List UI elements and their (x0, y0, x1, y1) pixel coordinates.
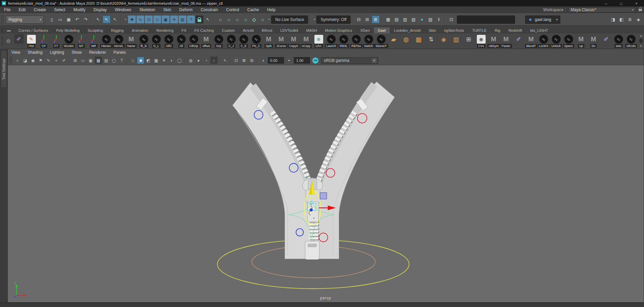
shelf-tab[interactable]: Poly Modeling (52, 27, 83, 33)
poly-cube-icon[interactable]: ▥ (450, 34, 462, 48)
open-scene-icon[interactable]: ▭ (56, 16, 64, 23)
shelf-item-ft[interactable]: FT (50, 34, 62, 48)
shelf-tab[interactable]: Rig (491, 27, 505, 33)
shelf-item-all[interactable]: All (175, 34, 187, 48)
gear-icon[interactable]: ⚙ (4, 38, 12, 44)
shelf-tab[interactable]: Rigging (107, 27, 128, 33)
shelf-tab[interactable]: Bifrost (258, 27, 276, 33)
snap-grid-icon[interactable]: ∩ (216, 16, 224, 23)
panel-toolbar-item[interactable] (219, 57, 220, 64)
blue-dot-control[interactable] (310, 208, 313, 211)
panel-menu-item[interactable]: Shading (24, 49, 46, 56)
shelf-item-cvs[interactable]: CVs (475, 34, 487, 48)
shelf-tab[interactable]: Lookdev_Arnold (390, 27, 425, 33)
maximize-button[interactable]: □ (614, 0, 629, 6)
film-icon[interactable]: ▪ (14, 57, 21, 64)
shelf-item-blendt[interactable]: BlendT (525, 34, 537, 48)
new-scene-icon[interactable]: ▯ (48, 16, 56, 23)
status-item[interactable] (445, 15, 445, 24)
shelf-tab[interactable]: Custom (218, 27, 239, 33)
menu-item[interactable]: Constrain (197, 6, 222, 13)
safe-action-icon[interactable]: ▢ (110, 57, 118, 64)
make-live-icon[interactable]: ∩ (259, 16, 266, 23)
shelf-item-name[interactable]: Name (125, 34, 137, 48)
workspace-selector[interactable]: Maya Classic* ▾ (568, 7, 636, 13)
workspace-lock-icon[interactable] (639, 8, 642, 11)
shelf-item-unlock[interactable]: Unlock (550, 34, 562, 48)
shelf-tab[interactable]: Redshift (504, 27, 526, 33)
construction-history-icon[interactable]: ≣ (372, 16, 380, 23)
snap-view-plane-icon[interactable]: ◇ (250, 16, 258, 23)
close-button[interactable]: × (629, 0, 644, 6)
mask-rendering-icon[interactable]: ▤ (179, 16, 186, 23)
shelf-item-mirrorl[interactable]: mirrorL (112, 34, 125, 48)
shelf-item-launch[interactable]: Launch (325, 34, 337, 48)
undo-icon[interactable]: ↶ (73, 16, 81, 23)
shelf-tab[interactable]: FX Caching (190, 27, 218, 33)
mask-hulls-icon[interactable]: ⊡ (145, 16, 153, 23)
live-surface-field[interactable]: No Live Surface (271, 16, 308, 24)
snapshot-icon[interactable]: ⊞ (248, 57, 255, 64)
inputs-to-selected-icon[interactable]: ⊟ (355, 16, 363, 23)
chevron-up-icon[interactable]: ▲ (640, 34, 642, 37)
toolbar-grip[interactable] (1, 27, 4, 33)
highlight-selection-icon[interactable]: ↖ (204, 16, 212, 23)
toolbar-grip[interactable] (1, 15, 4, 25)
symmetry-field[interactable]: Symmetry: Off (316, 16, 350, 24)
select-hierarchy-icon[interactable]: ↖ (94, 16, 102, 23)
panel-toolbar-item[interactable] (257, 57, 258, 64)
display-render-settings-icon[interactable]: ● (418, 16, 426, 23)
shelf-item-grp[interactable]: Grp (212, 34, 225, 48)
mask-param-points-icon[interactable]: ∿ (136, 16, 144, 23)
shelf-tab[interactable]: XGen (356, 27, 374, 33)
shelf-tab[interactable]: Gael (374, 27, 390, 33)
status-item[interactable] (382, 15, 382, 24)
resolution-gate-icon[interactable]: ▣ (87, 57, 94, 64)
menu-item[interactable]: Display (89, 6, 111, 13)
redo-icon[interactable]: ↷ (82, 16, 89, 23)
snap-options-caret-icon[interactable]: ▾ (267, 16, 271, 23)
shelf-tab[interactable]: TURTLE (468, 27, 491, 33)
shelf-tab[interactable]: Animation (128, 27, 152, 33)
launch-render-settings-icon[interactable]: ▨ (427, 16, 434, 23)
status-item[interactable] (92, 15, 92, 24)
shelf-item-paster[interactable]: Paster (500, 34, 512, 48)
menu-item[interactable]: Skin (159, 6, 175, 13)
shelf-item-switch[interactable]: Switch (362, 34, 375, 48)
outputs-from-selected-icon[interactable]: ⊞ (363, 16, 371, 23)
shelf-scroll-widget[interactable]: ▲ ▼ (639, 34, 643, 48)
zipper-model[interactable] (233, 82, 395, 259)
lock-selection-icon[interactable] (196, 16, 203, 23)
mask-options-caret-icon[interactable]: ▾ (124, 16, 127, 23)
shelf-tab[interactable]: ngSkinTools (440, 27, 468, 33)
safe-title-icon[interactable]: T (118, 57, 125, 64)
shelf-tab[interactable]: Motion Graphics (321, 27, 356, 33)
menu-item[interactable]: Create (30, 6, 50, 13)
pan-region-icon[interactable]: ⊡ (233, 57, 240, 64)
menu-item[interactable]: Modify (69, 6, 89, 13)
shelf-tab[interactable]: MASH (302, 27, 321, 33)
panel-toolbar-item[interactable] (127, 57, 128, 64)
status-item[interactable] (310, 15, 310, 24)
measure-icon[interactable]: ✐ (60, 57, 68, 64)
toolbar-grip[interactable] (1, 36, 3, 46)
menu-set-selector[interactable]: Rigging (6, 16, 44, 24)
mask-deformations-icon[interactable]: ✳ (170, 16, 178, 23)
gamma-toggle[interactable]: ON (312, 57, 318, 64)
mirror-geometry-icon[interactable]: ⇅ (425, 34, 437, 48)
zoom-region-icon[interactable]: ⊠ (240, 57, 248, 64)
shelf-tab[interactable]: FX (178, 27, 190, 33)
shadows-icon[interactable]: ◐ (168, 57, 175, 64)
mask-points-icon[interactable]: ✚ (128, 16, 136, 23)
mask-misc-icon[interactable]: ? (187, 16, 195, 23)
menu-item[interactable]: Deform (175, 6, 197, 13)
shelf-scroll-knob[interactable] (639, 39, 643, 43)
shelf-item-offset[interactable]: offset (200, 34, 212, 48)
shelf-item-psc[interactable]: PS_C (250, 34, 262, 48)
mask-surfaces-icon[interactable]: ▣ (162, 16, 170, 23)
shelf-tab[interactable]: Curves / Surfaces (15, 27, 52, 33)
status-item[interactable] (121, 15, 122, 24)
pencil-icon[interactable]: ✎ (45, 57, 52, 64)
shelf-item-up[interactable]: Up (575, 34, 587, 48)
panel-menu-item[interactable]: Show (68, 49, 85, 56)
